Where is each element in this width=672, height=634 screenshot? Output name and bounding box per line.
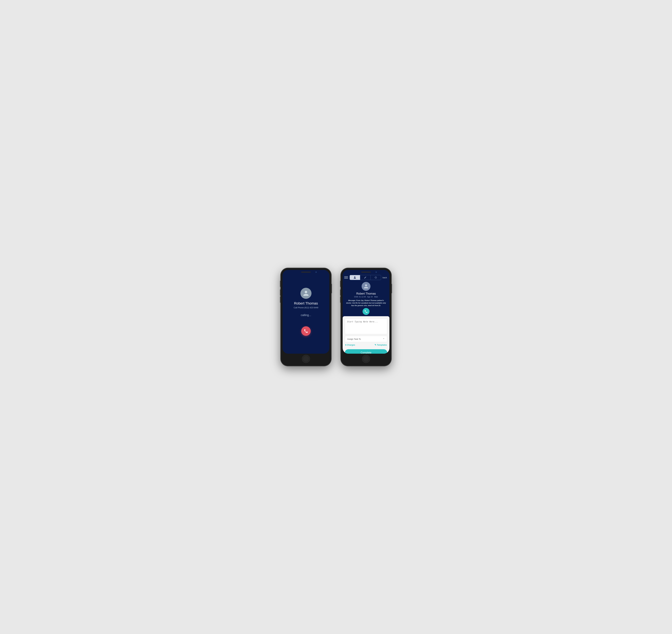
- phone-icon: [304, 329, 308, 333]
- phone-camera: [316, 271, 317, 273]
- home-button[interactable]: [302, 355, 310, 363]
- hamburger-line-3: [344, 278, 348, 278]
- patient-avatar: [362, 282, 370, 291]
- calling-screen-container: Robert Thomas Call Phone (612) 423 6449 …: [282, 270, 329, 353]
- assign-task-label: Assign Task To: [347, 338, 361, 340]
- left-phone: Robert Thomas Call Phone (612) 423 6449 …: [281, 268, 331, 366]
- caller-avatar: [300, 288, 311, 299]
- hang-up-button[interactable]: [301, 326, 311, 336]
- phone-speaker: [301, 272, 311, 273]
- tab-history[interactable]: [371, 275, 381, 280]
- tab-profile[interactable]: [350, 275, 360, 280]
- assign-task-dropdown[interactable]: Assign Task To: [345, 336, 387, 342]
- charges-button[interactable]: $ Charges: [345, 344, 355, 346]
- templates-label: ✎ Templates: [375, 344, 387, 346]
- charges-label: $ Charges: [345, 344, 355, 346]
- patient-info: Robert Thomas DOB: 01-12-84 Age 34 Male …: [343, 280, 390, 316]
- tab-bar: [350, 275, 381, 280]
- phone-action-icon: [364, 310, 368, 313]
- hamburger-line-2: [344, 277, 348, 278]
- note-input[interactable]: [345, 318, 387, 334]
- phone-camera-right: [375, 271, 377, 273]
- note-panel: Assign Task To $ Charges ✎ Templates I s…: [343, 316, 390, 353]
- profile-tab-icon: [353, 276, 356, 279]
- patient-details: DOB: 01-12-84 Age 34 Male: [354, 296, 378, 298]
- person-icon: [303, 290, 309, 296]
- back-button[interactable]: back: [382, 276, 388, 279]
- history-tab-icon: [374, 276, 377, 279]
- patient-message: Message: From Jay, Robert Thomas patient…: [345, 299, 387, 307]
- home-button-right[interactable]: [362, 355, 370, 363]
- hamburger-menu-button[interactable]: [344, 276, 348, 278]
- charges-templates-row: $ Charges ✎ Templates: [345, 344, 387, 346]
- notes-tab-icon: [364, 276, 367, 279]
- right-phone: back Robert Thomas DOB: 01-12-84 Age 34 …: [341, 268, 391, 366]
- complete-button[interactable]: Complete: [345, 349, 387, 353]
- calling-screen: Robert Thomas Call Phone (612) 423 6449 …: [282, 270, 329, 353]
- tab-notes[interactable]: [360, 275, 371, 280]
- phone-speaker-right: [361, 272, 371, 273]
- calling-status: calling...: [301, 314, 311, 317]
- hamburger-line-1: [344, 276, 348, 277]
- patient-dob: DOB: 01-12-84: [354, 296, 366, 298]
- message-label: Message:: [348, 299, 356, 301]
- caller-phone: Call Phone (612) 423 6449: [294, 307, 318, 309]
- patient-name: Robert Thomas: [356, 292, 376, 295]
- patient-screen-container: back Robert Thomas DOB: 01-12-84 Age 34 …: [343, 270, 390, 353]
- patient-age: Age 34: [367, 296, 373, 298]
- patient-screen: back Robert Thomas DOB: 01-12-84 Age 34 …: [343, 270, 390, 353]
- action-button[interactable]: [363, 308, 370, 315]
- phone-top-bar-right: [343, 270, 390, 274]
- chevron-down-icon: [383, 338, 385, 340]
- patient-avatar-icon: [364, 284, 369, 289]
- templates-button[interactable]: ✎ Templates: [375, 344, 387, 346]
- phone-top-bar: [282, 270, 329, 274]
- patient-gender: Male: [374, 296, 378, 298]
- caller-name: Robert Thomas: [294, 301, 318, 306]
